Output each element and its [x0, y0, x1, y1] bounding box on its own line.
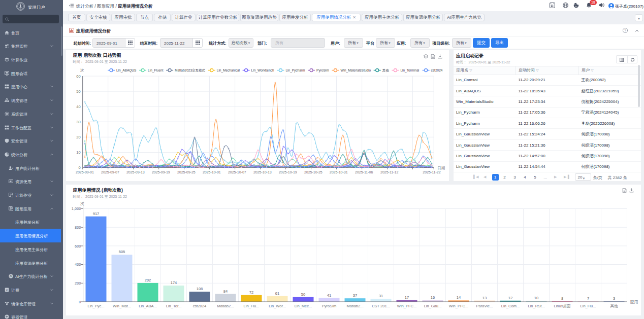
svg-text:Win_Mat...: Win_Mat... [113, 304, 131, 308]
svg-text:其他: 其他 [382, 68, 390, 73]
svg-text:600: 600 [75, 244, 81, 249]
svg-text:Lin_Flu...: Lin_Flu... [581, 304, 596, 308]
svg-text:Lin_ABA...: Lin_ABA... [139, 304, 156, 308]
svg-text:Lin_Com...: Lin_Com... [501, 304, 520, 308]
svg-text:41: 41 [327, 293, 331, 298]
svg-text:Matlab2023交互模式: Matlab2023交互模式 [175, 68, 205, 72]
svg-text:202: 202 [145, 278, 151, 282]
svg-text:2025-10-19: 2025-10-19 [279, 170, 297, 174]
svg-text:2025-11-22: 2025-11-22 [423, 170, 440, 174]
svg-text:37: 37 [353, 293, 357, 298]
svg-text:Lin_Pyc...: Lin_Pyc... [88, 304, 105, 308]
svg-text:174: 174 [171, 280, 177, 285]
svg-text:50: 50 [301, 292, 305, 297]
svg-text:72: 72 [249, 290, 253, 295]
svg-text:12: 12 [508, 296, 512, 300]
svg-text:1,000: 1,000 [72, 206, 81, 211]
svg-text:Win_MaterialsStudio: Win_MaterialsStudio [340, 68, 371, 73]
svg-text:2025-10-01: 2025-10-01 [203, 170, 221, 174]
svg-text:2025-11-06: 2025-11-06 [355, 170, 373, 174]
svg-text:Win_PFC...: Win_PFC... [449, 304, 468, 308]
svg-text:日期: 日期 [437, 166, 445, 170]
svg-text:17: 17 [405, 295, 409, 300]
svg-text:0: 0 [79, 300, 81, 304]
svg-text:Lin_Mec...: Lin_Mec... [295, 304, 312, 308]
svg-text:31: 31 [379, 294, 383, 298]
svg-text:84: 84 [223, 289, 228, 294]
svg-text:800: 800 [75, 225, 81, 230]
svg-text:PyroSim: PyroSim [316, 68, 329, 73]
svg-text:Lin_Flu...: Lin_Flu... [244, 304, 260, 308]
svg-text:AI: AI [10, 275, 13, 278]
svg-text:2025-09-07: 2025-09-07 [101, 170, 119, 174]
svg-text:cst2024: cst2024 [431, 68, 443, 72]
svg-text:917: 917 [93, 211, 100, 216]
svg-text:400: 400 [75, 262, 81, 267]
svg-text:其他: 其他 [610, 304, 619, 308]
svg-text:60: 60 [76, 74, 80, 79]
svg-text:Lin_Wor...: Lin_Wor... [269, 304, 286, 308]
svg-text:ParaVie...: ParaVie... [476, 304, 493, 308]
svg-text:2025-09-13: 2025-09-13 [126, 170, 145, 174]
svg-text:2025-11-12: 2025-11-12 [380, 170, 398, 174]
svg-text:Matlab2...: Matlab2... [217, 304, 234, 308]
svg-text:cst2024: cst2024 [193, 304, 206, 308]
svg-text:Lin_Workbench: Lin_Workbench [251, 68, 274, 73]
svg-text:108: 108 [197, 287, 203, 291]
svg-text:Lin_RSt...: Lin_RSt... [528, 304, 545, 308]
svg-text:2025-10-25: 2025-10-25 [304, 170, 323, 174]
svg-text:7: 7 [587, 296, 589, 301]
svg-text:Lin_Gau...: Lin_Gau... [424, 304, 442, 308]
svg-text:505: 505 [119, 250, 125, 254]
svg-text:3: 3 [613, 296, 615, 301]
svg-text:200: 200 [75, 281, 81, 286]
svg-text:Lin_Mechanical: Lin_Mechanical [217, 68, 240, 73]
svg-text:2025-10-07: 2025-10-07 [228, 170, 246, 174]
svg-text:Lin_Terminal: Lin_Terminal [400, 68, 419, 73]
svg-text:2025-09-19: 2025-09-19 [152, 170, 170, 174]
svg-text:Win_PFC...: Win_PFC... [397, 304, 416, 308]
svg-text:10: 10 [534, 296, 538, 300]
svg-text:Linux桌面: Linux桌面 [554, 304, 571, 308]
svg-text:0: 0 [79, 165, 81, 170]
svg-text:次: 次 [80, 201, 84, 206]
svg-text:Lin_Pycharm: Lin_Pycharm [286, 68, 305, 73]
svg-text:16: 16 [431, 295, 435, 300]
svg-text:10: 10 [76, 150, 80, 155]
svg-text:应用: 应用 [630, 300, 638, 304]
svg-text:50: 50 [76, 89, 80, 94]
svg-text:30: 30 [76, 120, 80, 124]
svg-text:2025-10-31: 2025-10-31 [330, 170, 348, 174]
svg-text:14: 14 [457, 295, 461, 300]
svg-text:次: 次 [80, 68, 84, 73]
svg-text:?: ? [624, 28, 626, 32]
svg-text:2025-09-25: 2025-09-25 [177, 170, 196, 174]
svg-text:Lin_Fluent: Lin_Fluent [148, 68, 164, 73]
svg-text:PyroSim: PyroSim [322, 304, 336, 308]
svg-text:20: 20 [76, 135, 80, 139]
svg-text:8: 8 [561, 296, 563, 301]
svg-text:2025-09-01: 2025-09-01 [76, 170, 94, 174]
svg-text:Lin_Ter...: Lin_Ter... [166, 304, 181, 308]
svg-text:Lin_ABAQUS: Lin_ABAQUS [116, 68, 137, 73]
svg-text:61: 61 [275, 291, 279, 296]
svg-text:Matlab2...: Matlab2... [347, 304, 364, 308]
svg-text:13: 13 [482, 296, 487, 300]
svg-text:40: 40 [76, 104, 80, 109]
svg-text:2025-10-13: 2025-10-13 [253, 170, 272, 174]
svg-text:CST 201...: CST 201... [372, 304, 390, 308]
